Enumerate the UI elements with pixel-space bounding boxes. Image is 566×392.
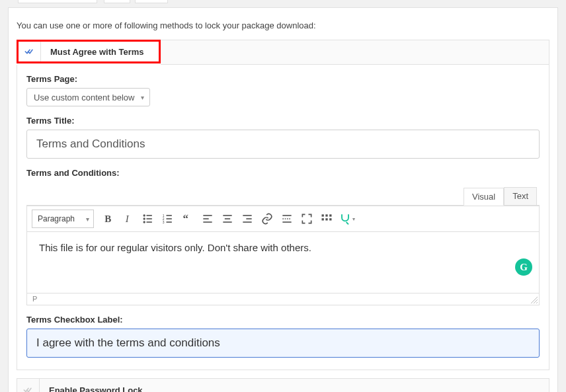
svg-text:3: 3 xyxy=(163,220,165,224)
terms-conditions-label: Terms and Conditions: xyxy=(26,168,540,178)
align-center-button[interactable] xyxy=(218,210,237,228)
fullscreen-button[interactable] xyxy=(298,210,316,228)
editor-tab-text[interactable]: Text xyxy=(504,187,537,205)
svg-rect-28 xyxy=(325,215,327,217)
bold-button[interactable]: B xyxy=(99,210,118,228)
terms-page-label: Terms Page: xyxy=(26,74,540,84)
terms-title-label: Terms Title: xyxy=(26,116,540,126)
svg-rect-30 xyxy=(322,218,324,220)
format-select[interactable]: Paragraph ▾ xyxy=(32,210,94,228)
svg-point-2 xyxy=(143,215,145,216)
svg-point-4 xyxy=(143,218,145,219)
intro-text: You can use one or more of following met… xyxy=(17,16,549,40)
editor-content[interactable]: This file is for our regular visitors on… xyxy=(27,232,539,293)
editor-toolbar: Paragraph ▾ B I 123 “ ▾ xyxy=(27,206,539,231)
editor-tab-visual[interactable]: Visual xyxy=(464,188,504,206)
svg-rect-31 xyxy=(325,218,327,220)
caret-down-icon: ▾ xyxy=(86,216,89,223)
checkbox-label-input[interactable] xyxy=(26,329,540,358)
svg-rect-29 xyxy=(329,215,331,217)
terms-title-input[interactable] xyxy=(26,130,540,159)
rich-text-editor: Visual Text Paragraph ▾ B I 123 “ xyxy=(26,184,540,305)
read-more-button[interactable] xyxy=(278,210,296,228)
editor-path: P xyxy=(32,295,37,303)
editor-tabs: Visual Text xyxy=(26,184,540,205)
editor-status-bar: P xyxy=(27,293,539,305)
bullet-list-button[interactable] xyxy=(139,210,157,228)
italic-button[interactable]: I xyxy=(119,210,138,228)
double-check-icon xyxy=(17,379,40,392)
svg-text:I: I xyxy=(125,214,130,224)
toolbar-toggle-button[interactable] xyxy=(317,210,336,228)
double-check-icon xyxy=(19,42,41,61)
terms-page-select-value: Use custom content below xyxy=(34,93,134,102)
caret-down-icon: ▾ xyxy=(141,94,144,101)
resize-handle-icon[interactable] xyxy=(531,297,538,303)
svg-rect-27 xyxy=(322,215,324,217)
section-body-terms: Terms Page: Use custom content below ▾ T… xyxy=(17,65,549,370)
section-header-password[interactable]: Enable Password Lock xyxy=(17,378,549,392)
numbered-list-button[interactable]: 123 xyxy=(159,210,177,228)
align-left-button[interactable] xyxy=(198,210,217,228)
svg-point-6 xyxy=(143,221,145,223)
section-header-terms[interactable]: Must Agree with Terms xyxy=(17,40,161,63)
checkbox-label-label: Terms Checkbox Label: xyxy=(26,315,540,325)
special-button[interactable]: ▾ xyxy=(337,210,356,228)
section-title-password: Enable Password Lock xyxy=(40,385,143,392)
terms-page-select[interactable]: Use custom content below ▾ xyxy=(26,88,150,106)
section-title-terms: Must Agree with Terms xyxy=(41,47,144,57)
settings-panel: You can use one or more of following met… xyxy=(8,7,558,392)
link-button[interactable] xyxy=(258,210,276,228)
svg-text:B: B xyxy=(104,214,111,224)
svg-rect-32 xyxy=(329,218,331,220)
grammarly-icon[interactable]: G xyxy=(515,258,532,276)
svg-text:“: “ xyxy=(183,212,188,225)
align-right-button[interactable] xyxy=(238,210,257,228)
blockquote-button[interactable]: “ xyxy=(179,210,197,228)
